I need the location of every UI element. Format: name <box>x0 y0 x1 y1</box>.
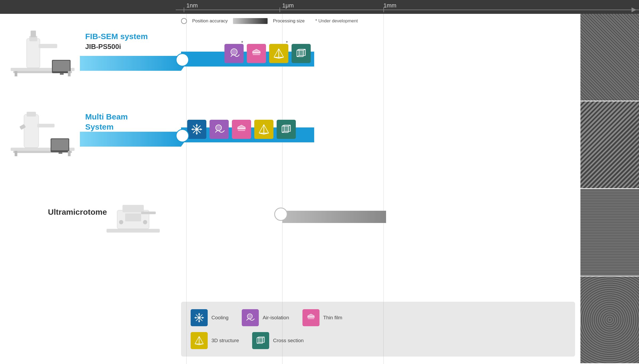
svg-rect-35 <box>68 151 71 156</box>
svg-rect-13 <box>253 54 260 55</box>
tick-1nm <box>184 7 184 12</box>
tick-1um <box>280 7 280 12</box>
svg-rect-30 <box>37 124 55 127</box>
svg-rect-65 <box>125 213 141 221</box>
svg-point-64 <box>143 220 147 224</box>
position-accuracy-icon <box>181 18 187 24</box>
legend-box: Cooling Air-isolation Thin film <box>181 302 575 357</box>
scale-label-1um: 1μm <box>282 2 294 9</box>
svg-line-81 <box>195 336 199 344</box>
svg-rect-7 <box>53 61 70 71</box>
tick-1mm <box>383 7 384 12</box>
svg-line-52 <box>264 125 269 133</box>
processing-size-gradient <box>233 18 268 24</box>
legend-thin-film-label: Thin film <box>323 315 342 321</box>
svg-point-75 <box>247 314 252 319</box>
ultra-pos-circle <box>274 208 288 221</box>
svg-rect-21 <box>299 49 305 56</box>
svg-line-17 <box>274 49 279 57</box>
svg-rect-2 <box>27 39 40 68</box>
ultramicrotome-name: Ultramicrotome <box>48 208 107 217</box>
vline-1mm <box>383 14 384 364</box>
svg-point-36 <box>195 128 198 131</box>
legend-cooling-label: Cooling <box>211 315 228 321</box>
legend-3d-structure: 3D structure <box>191 332 239 349</box>
legend-3d-structure-label: 3D structure <box>211 338 239 344</box>
svg-rect-32 <box>51 139 68 150</box>
svg-rect-34 <box>15 151 17 156</box>
scale-line <box>176 10 639 10</box>
scale-label-1nm: 1nm <box>186 2 198 9</box>
svg-line-82 <box>199 336 203 344</box>
svg-rect-28 <box>27 112 36 117</box>
svg-rect-4 <box>31 31 36 37</box>
fib-sem-icon-cross-section <box>292 44 311 63</box>
svg-rect-47 <box>238 130 245 131</box>
mbs-arrow-band <box>80 132 186 147</box>
scale-arrow <box>632 7 636 12</box>
position-accuracy-label: Position accuracy <box>192 18 228 24</box>
sample-image-3 <box>580 189 639 276</box>
svg-rect-10 <box>68 71 71 76</box>
legend-3d-structure-icon <box>191 332 208 349</box>
legend-air-isolation-label: Air-isolation <box>263 315 289 321</box>
legend-cross-section: Cross section <box>252 332 304 349</box>
fib-sem-icon-3d-structure: * <box>269 44 288 63</box>
svg-rect-59 <box>106 229 160 233</box>
mbs-image <box>5 104 80 168</box>
mbs-icon-thin-film <box>232 120 251 139</box>
svg-rect-8 <box>60 73 64 75</box>
svg-rect-85 <box>259 337 264 342</box>
svg-rect-55 <box>284 125 290 131</box>
mbs-pos-circle <box>176 129 189 142</box>
right-panel <box>580 14 639 364</box>
mbs-icon-cooling <box>187 120 206 139</box>
scale-ruler: 1nm 1μm 1mm <box>176 0 639 14</box>
legend-row-2: 3D structure Cross section <box>191 332 566 349</box>
svg-rect-9 <box>15 71 17 76</box>
fib-sem-arrow-band <box>80 56 186 71</box>
svg-rect-61 <box>122 205 144 212</box>
svg-point-45 <box>216 125 222 131</box>
legend-air-isolation-icon <box>242 309 259 326</box>
legend-cooling: Cooling <box>191 309 228 326</box>
sample-image-4 <box>580 276 639 364</box>
legend-row: Position accuracy Processing size * Unde… <box>181 18 358 24</box>
legend-cooling-icon <box>191 309 208 326</box>
svg-rect-27 <box>24 114 39 148</box>
processing-size-label: Processing size <box>273 18 305 24</box>
fib-sem-icon-thin-film <box>247 44 266 63</box>
sample-image-1 <box>580 14 639 101</box>
fib-sem-icon-air-isolation: * <box>224 44 244 63</box>
legend-cross-section-icon <box>252 332 269 349</box>
svg-line-18 <box>279 49 284 57</box>
svg-rect-62 <box>141 212 156 214</box>
mbs-icon-cross-section <box>277 120 296 139</box>
legend-thin-film-icon <box>302 309 320 326</box>
fib-sem-image <box>5 25 80 86</box>
svg-rect-5 <box>39 44 57 48</box>
mbs-icon-air-isolation <box>210 120 229 139</box>
svg-line-51 <box>259 125 264 133</box>
sample-image-2 <box>580 101 639 189</box>
svg-rect-77 <box>308 318 314 319</box>
svg-point-66 <box>198 317 200 319</box>
fib-sem-icons: * * <box>224 44 312 63</box>
legend-thin-film: Thin film <box>302 309 342 326</box>
svg-point-11 <box>231 49 237 55</box>
fib-sem-name: FIB-SEM system JIB-PS500i <box>85 32 148 51</box>
ultramicrotome-bar <box>282 211 386 223</box>
mbs-icon-3d-structure <box>254 120 273 139</box>
svg-point-63 <box>119 220 123 224</box>
mbs-icons <box>186 120 297 139</box>
scale-label-1mm: 1mm <box>383 2 396 9</box>
under-development-label: * Under development <box>315 18 358 24</box>
svg-rect-33 <box>59 152 62 154</box>
legend-row-1: Cooling Air-isolation Thin film <box>191 309 566 326</box>
legend-cross-section-label: Cross section <box>273 338 304 344</box>
fib-sem-pos-circle <box>176 53 189 67</box>
ultramicrotome-image <box>104 197 162 239</box>
